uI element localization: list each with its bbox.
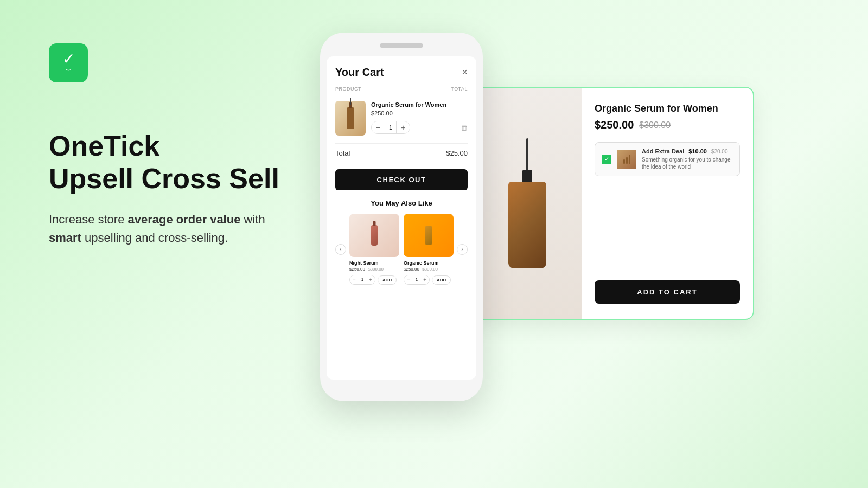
mini-qty-decrease-2[interactable]: − — [404, 275, 413, 284]
upsell-product-name: Organic Serum for Women — [595, 103, 740, 114]
phone-inner: Your Cart × PRODUCT TOTAL Organic Serum … — [327, 56, 476, 380]
cart-columns: PRODUCT TOTAL — [335, 86, 468, 95]
upsell-price-old: $300.00 — [639, 120, 671, 130]
col-total: TOTAL — [451, 86, 468, 92]
carousel-item-image-1 — [349, 214, 399, 257]
total-value: $25.00 — [446, 149, 468, 157]
extra-deal-title-row: Add Extra Deal $10.00 $20.00 — [642, 148, 733, 155]
carousel-item-prices-2: $250.00 $300.00 — [404, 267, 454, 272]
extra-deal-thumb — [617, 150, 636, 169]
extra-deal-price: $10.00 — [688, 148, 707, 155]
cart-title: Your Cart — [335, 66, 384, 79]
qty-increase-button[interactable]: + — [397, 121, 410, 133]
qty-decrease-button[interactable]: − — [372, 121, 385, 133]
hero-text: OneTickUpsell Cross Sell Increase store … — [49, 130, 282, 247]
cart-item-details: Organic Serum for Women $250.00 − 1 + 🗑 — [371, 101, 468, 134]
carousel-item-prices-1: $250.00 $300.00 — [349, 267, 399, 272]
extra-deal-checkbox[interactable]: ✓ — [602, 155, 611, 164]
carousel-items: Night Serum $250.00 $300.00 − 1 + ADD — [349, 214, 454, 285]
add-to-cart-button[interactable]: ADD TO CART — [595, 280, 740, 304]
total-label: Total — [335, 149, 350, 157]
mini-qty-increase-1[interactable]: + — [366, 275, 375, 284]
carousel-prev-button[interactable]: ‹ — [335, 244, 346, 255]
bar3-icon — [629, 155, 630, 164]
bar1-icon — [623, 159, 625, 164]
qty-value: 1 — [385, 121, 397, 133]
big-dropper-icon — [526, 138, 528, 171]
upsell-panel: Organic Serum for Women $250.00 $300.00 … — [472, 87, 754, 320]
phone-mockup: Your Cart × PRODUCT TOTAL Organic Serum … — [320, 33, 483, 401]
cart-item-name: Organic Serum for Women — [371, 101, 468, 108]
quantity-controls[interactable]: − 1 + — [371, 121, 410, 134]
big-bottle-body — [508, 182, 546, 268]
upsell-product-image — [473, 88, 582, 319]
carousel-item-name-1: Night Serum — [349, 260, 399, 266]
cart-item: Organic Serum for Women $250.00 − 1 + 🗑 — [335, 101, 468, 136]
small-bottle-lines-icon — [623, 155, 630, 164]
upsell-price-new: $250.00 — [595, 119, 634, 131]
upsell-content: Organic Serum for Women $250.00 $300.00 … — [582, 88, 753, 319]
checkout-button[interactable]: CHECK OUT — [335, 169, 468, 190]
carousel-item-orig-price-2: $300.00 — [422, 267, 438, 272]
mini-qty-1[interactable]: − 1 + — [349, 275, 375, 285]
bar2-icon — [626, 157, 628, 164]
also-like-title: You May Also Like — [335, 199, 468, 207]
extra-deal-info: Add Extra Deal $10.00 $20.00 Something o… — [642, 148, 733, 170]
big-bottle-icon — [508, 138, 546, 268]
cart-item-actions: − 1 + 🗑 — [371, 121, 468, 134]
carousel-item-2: Organic Serum $250.00 $300.00 − 1 + ADD — [404, 214, 454, 285]
dropper-icon — [350, 98, 351, 105]
mini-qty-decrease-1[interactable]: − — [350, 275, 359, 284]
carousel-item-add-row-2: − 1 + ADD — [404, 275, 454, 285]
carousel-item-name-2: Organic Serum — [404, 260, 454, 266]
add-button-1[interactable]: ADD — [378, 275, 397, 285]
cart-header: Your Cart × — [335, 66, 468, 79]
extra-deal-price-old: $20.00 — [711, 149, 728, 155]
app-subtitle: Increase store average order value with … — [49, 210, 282, 247]
carousel-item-orig-price-1: $300.00 — [368, 267, 384, 272]
carousel-item-image-2 — [404, 214, 454, 257]
add-button-2[interactable]: ADD — [432, 275, 451, 285]
carousel-item-add-row-1: − 1 + ADD — [349, 275, 399, 285]
mini-qty-val-1: 1 — [359, 275, 366, 284]
bold-smart: smart — [49, 231, 81, 245]
phone-notch — [380, 43, 423, 48]
pink-bottle-icon — [371, 225, 378, 246]
logo-smile-icon: ⌣ — [66, 65, 72, 74]
big-bottle-cap — [522, 170, 532, 182]
upsell-spacer — [595, 187, 740, 280]
upsell-prices: $250.00 $300.00 — [595, 119, 740, 131]
extra-deal-description: Something organic for you to change the … — [642, 156, 733, 170]
cart-total: Total $25.00 — [335, 143, 468, 163]
mini-qty-val-2: 1 — [413, 275, 420, 284]
mini-qty-increase-2[interactable]: + — [420, 275, 429, 284]
app-title: OneTickUpsell Cross Sell — [49, 130, 282, 195]
extra-deal-label: Add Extra Deal — [642, 148, 684, 155]
product-carousel: ‹ Night Serum $250.00 $300.00 − 1 — [335, 214, 468, 285]
col-product: PRODUCT — [335, 86, 361, 92]
carousel-item: Night Serum $250.00 $300.00 − 1 + ADD — [349, 214, 399, 285]
bottle-icon — [347, 107, 354, 129]
carousel-next-button[interactable]: › — [457, 244, 468, 255]
cart-item-image — [335, 101, 366, 136]
orange-bottle-icon — [425, 226, 432, 245]
bold-avg-order: average order value — [128, 213, 241, 226]
cart-item-price: $250.00 — [371, 110, 468, 117]
mini-qty-2[interactable]: − 1 + — [404, 275, 430, 285]
delete-icon[interactable]: 🗑 — [461, 124, 468, 132]
logo-box: ✓ ⌣ — [49, 43, 88, 82]
logo: ✓ ⌣ — [49, 43, 88, 82]
extra-deal-card: ✓ Add Extra Deal $10.00 $20.00 Something… — [595, 142, 740, 176]
close-icon[interactable]: × — [462, 67, 468, 78]
